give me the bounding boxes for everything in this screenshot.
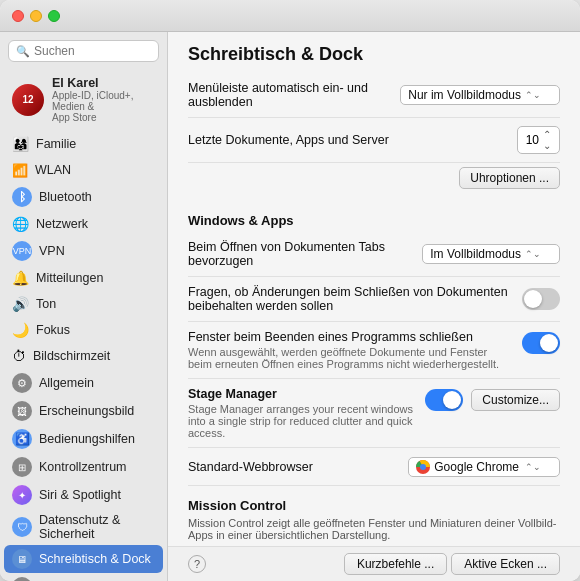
fenster-beenden-toggle[interactable] — [522, 332, 560, 354]
sidebar-item-netzwerk[interactable]: 🌐 Netzwerk — [4, 211, 163, 237]
titlebar — [0, 0, 580, 32]
sidebar: 🔍 12 El Karel Apple-ID, iCloud+, Medien … — [0, 32, 168, 581]
sidebar-label: Allgemein — [39, 376, 155, 390]
sidebar-label: Bluetooth — [39, 190, 155, 204]
stage-manager-control: Customize... — [425, 389, 560, 411]
aenderungen-control — [522, 288, 560, 310]
sidebar-label: Bedienungshilfen — [39, 432, 155, 446]
search-input[interactable] — [34, 44, 151, 58]
bedienungshilfen-icon: ♿ — [12, 429, 32, 449]
aktive-ecken-button[interactable]: Aktive Ecken ... — [451, 553, 560, 575]
uhroptionen-button[interactable]: Uhroptionen ... — [459, 167, 560, 189]
fenster-beenden-row: Fenster beim Beenden eines Programms sch… — [188, 322, 560, 379]
webbrowser-control: Google Chrome ⌃⌄ — [408, 457, 560, 477]
panel-footer: ? Kurzbefehle ... Aktive Ecken ... — [168, 546, 580, 581]
tabs-bevorzugen-dropdown[interactable]: Im Vollbildmodus ⌃⌄ — [422, 244, 560, 264]
mitteilungen-icon: 🔔 — [12, 270, 29, 286]
stage-manager-customize-button[interactable]: Customize... — [471, 389, 560, 411]
stage-manager-toggle[interactable] — [425, 389, 463, 411]
menubar-row: Menüleiste automatisch ein- und ausblend… — [188, 73, 560, 118]
stage-manager-group: Stage Manager Stage Manager arranges you… — [188, 387, 417, 439]
fenster-beenden-control — [522, 332, 560, 354]
toggle-knob — [524, 290, 542, 308]
siri-icon: ✦ — [12, 485, 32, 505]
sidebar-item-bedienungshilfen[interactable]: ♿ Bedienungshilfen — [4, 425, 163, 453]
sidebar-label: Mitteilungen — [36, 271, 155, 285]
minimize-button[interactable] — [30, 10, 42, 22]
sidebar-item-bluetooth[interactable]: ᛒ Bluetooth — [4, 183, 163, 211]
menubar-dropdown[interactable]: Nur im Vollbildmodus ⌃⌄ — [400, 85, 560, 105]
aenderungen-toggle[interactable] — [522, 288, 560, 310]
mission-sublabel: Mission Control zeigt alle geöffneten Fe… — [188, 517, 560, 541]
user-name: El Karel — [52, 76, 155, 90]
user-section[interactable]: 12 El Karel Apple-ID, iCloud+, Medien &A… — [4, 70, 163, 129]
sidebar-label: Siri & Spotlight — [39, 488, 155, 502]
sidebar-label: Erscheinungsbild — [39, 404, 155, 418]
close-button[interactable] — [12, 10, 24, 22]
erscheinungsbild-icon: 🖼 — [12, 401, 32, 421]
fenster-beenden-group: Fenster beim Beenden eines Programms sch… — [188, 330, 514, 370]
displays-icon: 🖥 — [12, 577, 32, 581]
webbrowser-row: Standard-Webbrowser Go — [188, 448, 560, 486]
sidebar-item-datenschutz[interactable]: 🛡 Datenschutz & Sicherheit — [4, 509, 163, 545]
sidebar-label: Schreibtisch & Dock — [39, 552, 155, 566]
sidebar-item-displays[interactable]: 🖥 Displays — [4, 573, 163, 581]
sidebar-item-wlan[interactable]: 📶 WLAN — [4, 157, 163, 183]
sidebar-label: WLAN — [35, 163, 155, 177]
bildschirmzeit-icon: ⏱ — [12, 348, 26, 364]
menubar-label: Menüleiste automatisch ein- und ausblend… — [188, 81, 392, 109]
sidebar-list: 12 El Karel Apple-ID, iCloud+, Medien &A… — [0, 68, 167, 581]
sidebar-item-ton[interactable]: 🔊 Ton — [4, 291, 163, 317]
tabs-bevorzugen-row: Beim Öffnen von Dokumenten Tabs bevorzug… — [188, 232, 560, 277]
main-panel: Schreibtisch & Dock Menüleiste automatis… — [168, 32, 580, 581]
wlan-icon: 📶 — [12, 163, 28, 178]
sidebar-item-mitteilungen[interactable]: 🔔 Mitteilungen — [4, 265, 163, 291]
sidebar-item-schreibtisch[interactable]: 🖥 Schreibtisch & Dock — [4, 545, 163, 573]
webbrowser-value: Google Chrome — [434, 460, 519, 474]
panel-body: Menüleiste automatisch ein- und ausblend… — [168, 73, 580, 546]
maximize-button[interactable] — [48, 10, 60, 22]
system-preferences-window: 🔍 12 El Karel Apple-ID, iCloud+, Medien … — [0, 0, 580, 581]
sidebar-item-bildschirmzeit[interactable]: ⏱ Bildschirmzeit — [4, 343, 163, 369]
search-box[interactable]: 🔍 — [8, 40, 159, 62]
stage-manager-sublabel: Stage Manager arranges your recent windo… — [188, 403, 417, 439]
sidebar-label: Kontrollzentrum — [39, 460, 155, 474]
letzte-dokumente-control: 10 ⌃⌄ — [517, 126, 560, 154]
fenster-beenden-label: Fenster beim Beenden eines Programms sch… — [188, 330, 514, 344]
webbrowser-label: Standard-Webbrowser — [188, 460, 400, 474]
sidebar-label: Netzwerk — [36, 217, 155, 231]
menubar-dropdown-value: Nur im Vollbildmodus — [408, 88, 521, 102]
datenschutz-icon: 🛡 — [12, 517, 32, 537]
section-windows-header: Windows & Apps — [188, 201, 560, 232]
sidebar-label: Fokus — [36, 323, 155, 337]
tabs-bevorzugen-control: Im Vollbildmodus ⌃⌄ — [422, 244, 560, 264]
stepper-value: 10 — [526, 133, 539, 147]
letzte-dokumente-label: Letzte Dokumente, Apps und Server — [188, 133, 509, 147]
tabs-dropdown-value: Im Vollbildmodus — [430, 247, 521, 261]
sidebar-item-fokus[interactable]: 🌙 Fokus — [4, 317, 163, 343]
sidebar-item-familie[interactable]: 👨‍👩‍👧 Familie — [4, 131, 163, 157]
sidebar-item-vpn[interactable]: VPN VPN — [4, 237, 163, 265]
menubar-control: Nur im Vollbildmodus ⌃⌄ — [400, 85, 560, 105]
svg-point-1 — [420, 464, 426, 470]
sidebar-item-erscheinungsbild[interactable]: 🖼 Erscheinungsbild — [4, 397, 163, 425]
aenderungen-row: Fragen, ob Änderungen beim Schließen von… — [188, 277, 560, 322]
tabs-bevorzugen-label: Beim Öffnen von Dokumenten Tabs bevorzug… — [188, 240, 414, 268]
section-mission-header: Mission Control — [188, 486, 560, 517]
chrome-icon — [416, 460, 430, 474]
sidebar-item-siri[interactable]: ✦ Siri & Spotlight — [4, 481, 163, 509]
chevron-down-icon: ⌃⌄ — [525, 462, 541, 472]
stepper-arrows-icon: ⌃⌄ — [543, 129, 551, 151]
sidebar-item-kontrollzentrum[interactable]: ⊞ Kontrollzentrum — [4, 453, 163, 481]
sidebar-item-allgemein[interactable]: ⚙ Allgemein — [4, 369, 163, 397]
chevron-down-icon: ⌃⌄ — [525, 90, 541, 100]
webbrowser-dropdown[interactable]: Google Chrome ⌃⌄ — [408, 457, 560, 477]
help-button[interactable]: ? — [188, 555, 206, 573]
toggle-knob — [540, 334, 558, 352]
schreibtisch-icon: 🖥 — [12, 549, 32, 569]
kurzbefehle-button[interactable]: Kurzbefehle ... — [344, 553, 447, 575]
ton-icon: 🔊 — [12, 296, 29, 312]
kontrollzentrum-icon: ⊞ — [12, 457, 32, 477]
letzte-dokumente-stepper[interactable]: 10 ⌃⌄ — [517, 126, 560, 154]
search-icon: 🔍 — [16, 45, 30, 58]
